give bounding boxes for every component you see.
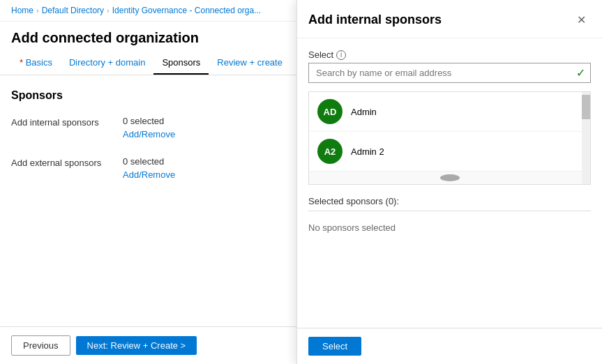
external-sponsors-label: Add external sponsors	[11, 156, 123, 168]
close-button[interactable]: ✕	[571, 10, 591, 29]
search-box-wrap: ✓	[308, 63, 591, 83]
info-icon[interactable]: i	[336, 50, 346, 60]
user-item-admin2[interactable]: A2 Admin 2	[309, 132, 590, 172]
selected-section: Selected sponsors (0): No sponsors selec…	[308, 196, 591, 238]
breadcrumb-page[interactable]: Identity Governance - Connected orga...	[112, 6, 261, 15]
search-input[interactable]	[308, 63, 591, 83]
panel-header: Add internal sponsors ✕	[297, 0, 602, 38]
select-button[interactable]: Select	[308, 337, 361, 356]
tab-basics[interactable]: Basics	[11, 52, 61, 75]
scrollbar-track[interactable]	[582, 92, 590, 184]
tab-directory-domain[interactable]: Directory + domain	[61, 52, 153, 75]
select-section: Select i ✓	[308, 50, 591, 83]
panel-footer: Select	[297, 328, 602, 364]
user-list: AD Admin A2 Admin 2	[308, 91, 591, 185]
selected-sponsors-title: Selected sponsors (0):	[308, 196, 591, 211]
no-sponsors-text: No sponsors selected	[308, 217, 591, 238]
user-name-admin2: Admin 2	[351, 146, 384, 157]
avatar-admin: AD	[317, 99, 343, 124]
panel-title: Add internal sponsors	[308, 13, 442, 27]
select-label-row: Select i	[308, 50, 591, 60]
page-content: Sponsors Add internal sponsors 0 selecte…	[0, 75, 296, 326]
more-indicator	[309, 172, 590, 184]
tab-bar: Basics Directory + domain Sponsors Revie…	[0, 52, 296, 75]
breadcrumb-home[interactable]: Home	[11, 6, 33, 15]
internal-sponsors-info: 0 selected Add/Remove	[123, 116, 175, 139]
breadcrumb-sep1: ›	[36, 6, 39, 15]
add-internal-sponsors-panel: Add internal sponsors ✕ Select i ✓ AD Ad…	[296, 0, 602, 364]
previous-button[interactable]: Previous	[11, 335, 70, 356]
breadcrumb-sep2: ›	[107, 6, 110, 15]
internal-sponsors-label: Add internal sponsors	[11, 116, 123, 128]
breadcrumb: Home › Default Directory › Identity Gove…	[0, 0, 296, 22]
next-button[interactable]: Next: Review + Create >	[76, 336, 197, 355]
footer: Previous Next: Review + Create >	[0, 326, 296, 364]
section-title: Sponsors	[11, 89, 285, 102]
external-sponsors-row: Add external sponsors 0 selected Add/Rem…	[11, 156, 285, 180]
breadcrumb-directory[interactable]: Default Directory	[42, 6, 104, 15]
page-title: Add connected organization	[0, 22, 296, 52]
external-sponsors-info: 0 selected Add/Remove	[123, 156, 175, 180]
tab-review-create[interactable]: Review + create	[209, 52, 291, 75]
user-item-admin[interactable]: AD Admin	[309, 92, 590, 132]
internal-sponsors-link[interactable]: Add/Remove	[123, 129, 175, 139]
panel-body: Select i ✓ AD Admin A2 Admin 2	[297, 38, 602, 328]
avatar-admin2: A2	[317, 139, 343, 164]
internal-sponsors-row: Add internal sponsors 0 selected Add/Rem…	[11, 116, 285, 139]
user-name-admin: Admin	[351, 107, 377, 117]
select-label-text: Select	[308, 50, 333, 60]
tab-sponsors[interactable]: Sponsors	[153, 52, 209, 75]
main-page: Home › Default Directory › Identity Gove…	[0, 0, 296, 364]
external-sponsors-count: 0 selected	[123, 156, 175, 167]
search-checkmark-icon: ✓	[576, 66, 585, 79]
external-sponsors-link[interactable]: Add/Remove	[123, 169, 175, 180]
internal-sponsors-count: 0 selected	[123, 116, 175, 126]
scrollbar-thumb	[582, 95, 590, 119]
